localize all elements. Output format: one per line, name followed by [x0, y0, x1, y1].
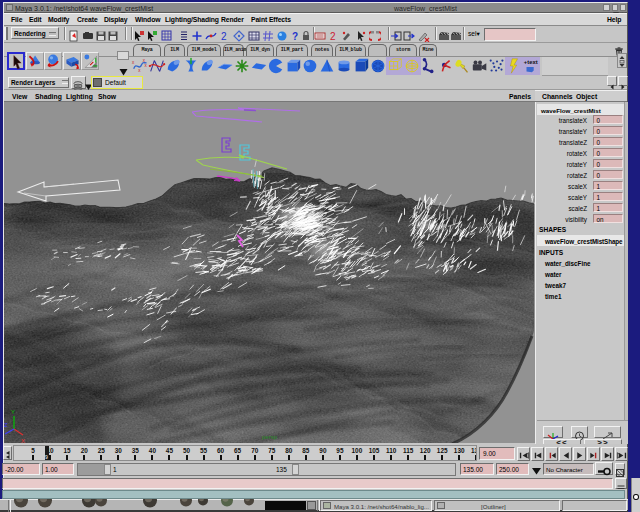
svg-text:x: x: [132, 60, 135, 65]
svg-text:2: 2: [221, 31, 227, 42]
svg-text:persp: persp: [262, 434, 278, 440]
svg-text:+text: +text: [524, 59, 538, 65]
svg-text:?: ?: [292, 31, 298, 42]
svg-text:Y: Y: [11, 409, 15, 415]
svg-text:Z: Z: [4, 422, 8, 428]
svg-text:2: 2: [330, 31, 336, 42]
svg-text:x: x: [138, 68, 141, 73]
svg-text:x: x: [143, 58, 146, 63]
svg-text:X: X: [21, 438, 25, 443]
